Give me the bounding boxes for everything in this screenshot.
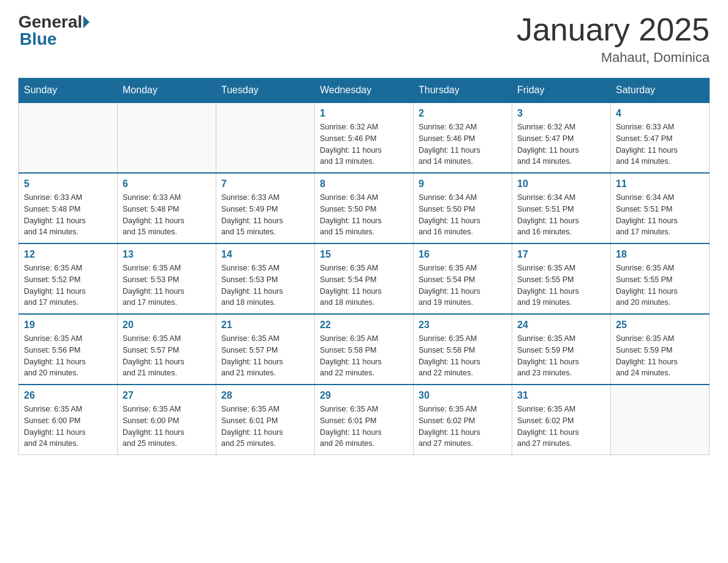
- day-number: 18: [616, 249, 704, 260]
- day-info-line: and 21 minutes.: [221, 367, 309, 379]
- day-info-line: Sunset: 5:52 PM: [24, 274, 112, 286]
- day-info-line: Sunset: 6:02 PM: [419, 415, 507, 427]
- day-number: 17: [517, 249, 605, 260]
- day-info-line: Daylight: 11 hours: [616, 356, 704, 368]
- day-info-line: and 19 minutes.: [517, 297, 605, 308]
- day-info-line: Sunset: 6:02 PM: [517, 415, 605, 427]
- day-info-line: Sunset: 5:57 PM: [221, 345, 309, 356]
- day-info-line: Sunset: 5:57 PM: [123, 345, 211, 356]
- calendar-day-cell: 28Sunrise: 6:35 AMSunset: 6:01 PMDayligh…: [216, 385, 315, 455]
- day-info-line: Daylight: 11 hours: [419, 427, 507, 439]
- day-info-line: Daylight: 11 hours: [320, 215, 408, 227]
- day-info-line: Daylight: 11 hours: [123, 427, 211, 439]
- day-info-line: and 24 minutes.: [616, 367, 704, 379]
- day-info-line: Sunset: 5:58 PM: [419, 345, 507, 356]
- day-info-line: Daylight: 11 hours: [123, 286, 211, 297]
- day-info-line: and 17 minutes.: [123, 297, 211, 308]
- day-info-line: and 24 minutes.: [24, 438, 112, 450]
- day-number: 8: [320, 178, 408, 190]
- day-info: Sunrise: 6:32 AMSunset: 5:47 PMDaylight:…: [517, 121, 605, 167]
- day-info-line: Sunrise: 6:35 AM: [221, 262, 309, 274]
- calendar-day-cell: 15Sunrise: 6:35 AMSunset: 5:54 PMDayligh…: [315, 243, 414, 314]
- day-number: 3: [517, 108, 605, 119]
- day-info: Sunrise: 6:35 AMSunset: 6:01 PMDaylight:…: [221, 404, 309, 450]
- day-info-line: and 27 minutes.: [517, 438, 605, 450]
- calendar-day-cell: 17Sunrise: 6:35 AMSunset: 5:55 PMDayligh…: [512, 243, 611, 314]
- day-info-line: Sunset: 5:49 PM: [221, 204, 309, 215]
- day-info-line: Sunset: 5:53 PM: [123, 274, 211, 286]
- calendar-day-cell: 23Sunrise: 6:35 AMSunset: 5:58 PMDayligh…: [414, 314, 512, 385]
- day-info-line: Sunset: 5:47 PM: [517, 133, 605, 145]
- calendar-day-cell: 14Sunrise: 6:35 AMSunset: 5:53 PMDayligh…: [216, 243, 315, 314]
- day-info-line: Daylight: 11 hours: [419, 286, 507, 297]
- day-number: 12: [24, 249, 112, 260]
- day-number: 5: [24, 178, 112, 190]
- calendar-day-cell: 29Sunrise: 6:35 AMSunset: 6:01 PMDayligh…: [315, 385, 414, 455]
- day-info: Sunrise: 6:35 AMSunset: 5:59 PMDaylight:…: [616, 333, 704, 379]
- day-info-line: and 17 minutes.: [24, 297, 112, 308]
- day-info-line: and 22 minutes.: [320, 367, 408, 379]
- day-info-line: Sunrise: 6:35 AM: [221, 333, 309, 345]
- page-header: General Blue January 2025 Mahaut, Domini…: [18, 12, 710, 66]
- calendar-week-row: 19Sunrise: 6:35 AMSunset: 5:56 PMDayligh…: [19, 314, 710, 385]
- day-info-line: and 13 minutes.: [320, 156, 408, 167]
- day-info-line: Sunset: 5:55 PM: [517, 274, 605, 286]
- day-info-line: Daylight: 11 hours: [517, 145, 605, 156]
- day-info-line: Sunrise: 6:35 AM: [517, 333, 605, 345]
- day-number: 19: [24, 320, 112, 331]
- day-info-line: Sunrise: 6:33 AM: [123, 192, 211, 204]
- day-info-line: Daylight: 11 hours: [320, 145, 408, 156]
- day-info-line: Daylight: 11 hours: [517, 356, 605, 368]
- day-info: Sunrise: 6:35 AMSunset: 6:00 PMDaylight:…: [123, 404, 211, 450]
- day-info-line: Daylight: 11 hours: [221, 427, 309, 439]
- day-info-line: Sunrise: 6:32 AM: [419, 121, 507, 133]
- day-info-line: Sunset: 5:48 PM: [123, 204, 211, 215]
- day-info-line: Sunrise: 6:35 AM: [24, 404, 112, 415]
- day-info-line: Daylight: 11 hours: [320, 427, 408, 439]
- calendar-week-row: 12Sunrise: 6:35 AMSunset: 5:52 PMDayligh…: [19, 243, 710, 314]
- day-number: 23: [419, 320, 507, 331]
- day-info-line: Sunrise: 6:35 AM: [419, 333, 507, 345]
- calendar-day-cell: 20Sunrise: 6:35 AMSunset: 5:57 PMDayligh…: [118, 314, 216, 385]
- day-info-line: Sunset: 5:50 PM: [320, 204, 408, 215]
- day-number: 9: [419, 178, 507, 190]
- day-info-line: Daylight: 11 hours: [616, 286, 704, 297]
- day-info-line: and 25 minutes.: [221, 438, 309, 450]
- day-info: Sunrise: 6:35 AMSunset: 6:02 PMDaylight:…: [517, 404, 605, 450]
- calendar-day-cell: [118, 102, 216, 173]
- day-info: Sunrise: 6:32 AMSunset: 5:46 PMDaylight:…: [320, 121, 408, 167]
- day-info-line: Sunrise: 6:35 AM: [123, 262, 211, 274]
- day-info-line: Sunset: 6:00 PM: [123, 415, 211, 427]
- calendar-day-cell: 12Sunrise: 6:35 AMSunset: 5:52 PMDayligh…: [19, 243, 118, 314]
- day-info-line: Sunrise: 6:33 AM: [24, 192, 112, 204]
- day-info: Sunrise: 6:35 AMSunset: 6:01 PMDaylight:…: [320, 404, 408, 450]
- day-info: Sunrise: 6:34 AMSunset: 5:51 PMDaylight:…: [616, 192, 704, 238]
- day-info-line: Daylight: 11 hours: [24, 215, 112, 227]
- day-info-line: and 15 minutes.: [123, 226, 211, 238]
- calendar-header: Sunday Monday Tuesday Wednesday Thursday…: [19, 79, 710, 103]
- calendar-day-cell: 24Sunrise: 6:35 AMSunset: 5:59 PMDayligh…: [512, 314, 611, 385]
- day-info-line: Sunrise: 6:34 AM: [320, 192, 408, 204]
- day-info-line: and 14 minutes.: [517, 156, 605, 167]
- day-info: Sunrise: 6:34 AMSunset: 5:51 PMDaylight:…: [517, 192, 605, 238]
- day-info-line: and 20 minutes.: [24, 367, 112, 379]
- day-info-line: and 14 minutes.: [616, 156, 704, 167]
- day-info-line: Sunrise: 6:34 AM: [517, 192, 605, 204]
- day-info: Sunrise: 6:35 AMSunset: 5:59 PMDaylight:…: [517, 333, 605, 379]
- day-info-line: Daylight: 11 hours: [616, 215, 704, 227]
- calendar-day-cell: 22Sunrise: 6:35 AMSunset: 5:58 PMDayligh…: [315, 314, 414, 385]
- calendar-day-cell: [611, 385, 710, 455]
- day-info-line: Sunrise: 6:35 AM: [24, 333, 112, 345]
- header-wednesday: Wednesday: [315, 79, 414, 103]
- day-info-line: Sunrise: 6:33 AM: [221, 192, 309, 204]
- day-info-line: Sunrise: 6:35 AM: [616, 262, 704, 274]
- day-info-line: Sunrise: 6:33 AM: [616, 121, 704, 133]
- day-info-line: and 18 minutes.: [221, 297, 309, 308]
- calendar-day-cell: 16Sunrise: 6:35 AMSunset: 5:54 PMDayligh…: [414, 243, 512, 314]
- calendar-week-row: 5Sunrise: 6:33 AMSunset: 5:48 PMDaylight…: [19, 173, 710, 243]
- calendar-day-cell: 31Sunrise: 6:35 AMSunset: 6:02 PMDayligh…: [512, 385, 611, 455]
- day-number: 4: [616, 108, 704, 119]
- day-info: Sunrise: 6:35 AMSunset: 5:52 PMDaylight:…: [24, 262, 112, 308]
- day-info-line: Sunrise: 6:35 AM: [320, 262, 408, 274]
- calendar-day-cell: 27Sunrise: 6:35 AMSunset: 6:00 PMDayligh…: [118, 385, 216, 455]
